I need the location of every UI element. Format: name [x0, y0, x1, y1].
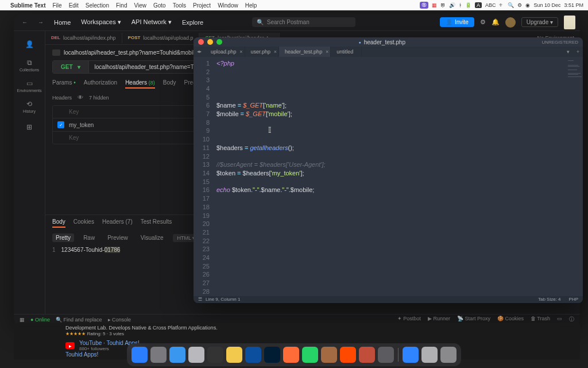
dock-app-4[interactable] — [207, 347, 223, 363]
checkbox-icon[interactable]: ✓ — [57, 121, 64, 128]
runner-button[interactable]: ▶ Runner — [428, 316, 450, 323]
dock-app-1[interactable] — [150, 347, 167, 363]
tab-params[interactable]: Params • — [52, 79, 76, 89]
code-content[interactable]: <?php $name = $_GET['name']; $mobile = $… — [213, 57, 567, 296]
minimize-icon[interactable] — [207, 39, 213, 45]
dock-app-5[interactable] — [226, 347, 242, 363]
sidebar-person-icon[interactable]: 👤 — [18, 34, 41, 54]
dock-app-11[interactable] — [340, 347, 356, 363]
close-icon[interactable] — [198, 39, 204, 45]
siri-icon[interactable]: ◉ — [525, 2, 530, 8]
tab-del[interactable]: DELlocalhost/api/index.php — [45, 33, 122, 43]
tab-add-icon[interactable]: + — [573, 47, 583, 57]
resp-tab-cookies[interactable]: Cookies — [74, 218, 94, 228]
dock-app-7[interactable] — [264, 347, 280, 363]
tab-authorization[interactable]: Authorization — [84, 79, 117, 89]
menu-view[interactable]: View — [134, 2, 146, 9]
tab-untitled[interactable]: untitled — [331, 47, 362, 57]
volume-icon[interactable]: 🔊 — [449, 2, 455, 8]
menu-file[interactable]: File — [53, 2, 62, 9]
eye-icon[interactable]: 👁 — [78, 94, 83, 101]
tab-size[interactable]: Tab Size: 4 — [538, 297, 561, 302]
sidebar-collections[interactable]: ⧉Collections — [18, 55, 41, 75]
tab-close-icon[interactable]: × — [274, 49, 277, 55]
nav-api-network[interactable]: API Network ▾ — [128, 17, 175, 27]
tab-dropdown-icon[interactable]: ▾ — [563, 47, 573, 57]
find-replace-button[interactable]: 🔍 Find and replace — [56, 317, 102, 323]
screenrec-icon[interactable]: ⦿ — [420, 2, 428, 9]
tab-headers[interactable]: Headers (8) — [125, 79, 155, 89]
resp-tab-body[interactable]: Body — [52, 218, 65, 228]
settings-icon[interactable]: ⚙ — [480, 18, 486, 26]
tab-post[interactable]: POSTlocalhost/api/upload.p — [122, 33, 200, 43]
shield-icon[interactable]: ⛨ — [440, 2, 446, 8]
sidebar-more[interactable]: ⊞ — [18, 117, 41, 137]
nav-home[interactable]: Home — [51, 18, 74, 27]
raw-button[interactable]: Raw — [80, 233, 98, 242]
menu-help[interactable]: Help — [245, 2, 257, 9]
tab-body[interactable]: Body — [163, 79, 176, 89]
maximize-icon[interactable] — [216, 39, 222, 45]
tab-close-icon[interactable]: × — [326, 49, 328, 55]
menubar-time[interactable]: 3:51 PM — [564, 2, 583, 8]
proxy-button[interactable]: 📡 Start Proxy — [457, 316, 490, 323]
cookies-button[interactable]: 🍪 Cookies — [497, 316, 524, 323]
dock-app-0[interactable] — [131, 347, 148, 363]
header-key[interactable]: my_token — [69, 122, 184, 128]
sidebar-environments[interactable]: ▭Environments — [18, 76, 41, 95]
nav-explore[interactable]: Explore — [179, 18, 207, 27]
minimap[interactable] — [567, 57, 583, 296]
status-menu-icon[interactable]: ☰ — [198, 297, 202, 302]
editor-area[interactable]: 1234567891011121314151617181920212223242… — [194, 57, 583, 296]
menu-window[interactable]: Window — [218, 2, 238, 9]
dock-app-16[interactable] — [440, 347, 457, 363]
dock-app-14[interactable] — [403, 347, 419, 363]
syntax-lang[interactable]: PHP — [569, 297, 578, 302]
dock-app-6[interactable] — [245, 347, 261, 363]
dock-app-13[interactable] — [378, 347, 394, 363]
menu-tools[interactable]: Tools — [173, 2, 186, 9]
dock-app-3[interactable] — [188, 347, 204, 363]
dock-app-8[interactable] — [283, 347, 299, 363]
dock-app-12[interactable] — [359, 347, 375, 363]
panel-icon[interactable]: ▭ — [557, 316, 562, 323]
trash-button[interactable]: 🗑 Trash — [531, 316, 550, 323]
tab-close-icon[interactable]: × — [239, 49, 242, 55]
console-button[interactable]: ▸ Console — [108, 317, 131, 323]
nav-forward-icon[interactable]: → — [34, 18, 47, 26]
bluetooth-icon[interactable]: ᚼ — [459, 2, 462, 8]
tab-nav-icons[interactable]: ◂▸ — [194, 47, 205, 57]
dock-app-9[interactable] — [302, 347, 318, 363]
nav-back-icon[interactable]: ← — [18, 18, 31, 26]
menu-project[interactable]: Project — [193, 2, 211, 9]
tab-user[interactable]: user.php× — [245, 47, 280, 57]
battery-icon[interactable]: 🔋 — [465, 2, 471, 8]
search-input[interactable]: 🔍 Search Postman — [252, 17, 355, 27]
sidebar-toggle-icon[interactable]: ▦ — [20, 317, 25, 323]
visualize-button[interactable]: Visualize — [137, 233, 167, 242]
nav-workspaces[interactable]: Workspaces ▾ — [78, 17, 124, 27]
control-center-icon[interactable]: ⚙ — [517, 2, 522, 8]
lang-icon[interactable]: A — [475, 2, 482, 8]
wifi-icon[interactable]: ᯤ — [499, 2, 504, 8]
resp-tab-headers[interactable]: Headers (7) — [102, 218, 133, 228]
dock-app-10[interactable] — [321, 347, 337, 363]
tab-header-test[interactable]: header_test.php× — [279, 47, 331, 57]
avatar[interactable] — [505, 17, 516, 28]
menu-edit[interactable]: Edit — [69, 2, 79, 9]
hidden-count[interactable]: 7 hidden — [89, 95, 109, 101]
input-source[interactable]: ABC — [485, 2, 496, 8]
app-name[interactable]: Sublime Text — [10, 2, 46, 9]
postbot-button[interactable]: ✦ Postbot — [397, 316, 421, 323]
help-icon[interactable]: ⓘ — [569, 316, 574, 323]
dock-app-2[interactable] — [169, 347, 185, 363]
menu-find[interactable]: Find — [116, 2, 127, 9]
menu-selection[interactable]: Selection — [86, 2, 109, 9]
pretty-button[interactable]: Pretty — [52, 233, 74, 242]
bell-icon[interactable]: 🔔 — [492, 18, 500, 26]
upgrade-button[interactable]: Upgrade ▾ — [521, 17, 558, 27]
preview-button[interactable]: Preview — [104, 233, 131, 242]
menubar-date[interactable]: Sun 10 Dec — [533, 2, 560, 8]
tab-upload[interactable]: upload.php× — [205, 47, 245, 57]
method-select[interactable]: GET▾ — [53, 61, 89, 73]
